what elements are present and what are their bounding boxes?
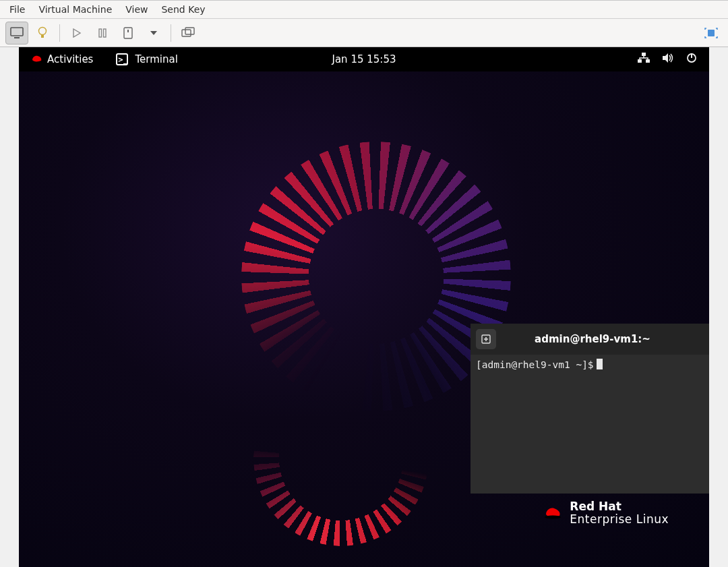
toolbar-separator: [171, 24, 171, 42]
svg-rect-10: [182, 30, 191, 36]
terminal-cursor: [597, 359, 603, 369]
terminal-icon: >_: [116, 53, 128, 65]
svg-point-19: [545, 515, 561, 518]
menu-view[interactable]: View: [119, 1, 154, 18]
activities-button[interactable]: Activities: [31, 53, 93, 66]
svg-rect-15: [646, 59, 650, 63]
current-app-button[interactable]: >_ Terminal: [116, 53, 177, 65]
host-menubar: File Virtual Machine View Send Key: [0, 0, 728, 19]
snapshots-button[interactable]: [177, 22, 200, 44]
fullscreen-button[interactable]: [700, 22, 723, 44]
svg-rect-7: [124, 28, 132, 38]
wallpaper-nine: [214, 142, 511, 519]
svg-rect-13: [642, 53, 646, 56]
activities-label: Activities: [47, 53, 93, 65]
svg-marker-4: [73, 29, 80, 37]
brand-line1: Red Hat: [570, 500, 669, 514]
terminal-body[interactable]: [admin@rhel9-vm1 ~]$: [471, 355, 709, 494]
network-icon[interactable]: [638, 53, 650, 66]
svg-rect-11: [185, 28, 194, 34]
terminal-window[interactable]: admin@rhel9-vm1:~ [admin@rhel9-vm1 ~]$: [471, 324, 709, 494]
svg-rect-8: [127, 30, 129, 32]
svg-rect-18: [691, 53, 692, 58]
volume-icon[interactable]: [662, 53, 674, 66]
toolbar-separator: [59, 24, 60, 42]
terminal-titlebar[interactable]: admin@rhel9-vm1:~: [471, 324, 709, 355]
power-icon[interactable]: [686, 53, 697, 66]
menu-file[interactable]: File: [3, 1, 32, 18]
details-button[interactable]: [31, 22, 54, 44]
menu-virtual-machine[interactable]: Virtual Machine: [32, 1, 119, 18]
redhat-icon: [31, 53, 43, 66]
svg-rect-1: [14, 37, 20, 38]
svg-marker-9: [150, 31, 157, 35]
host-toolbar: [0, 19, 728, 47]
new-tab-button[interactable]: [476, 329, 496, 349]
svg-rect-5: [99, 29, 102, 37]
redhat-logo-icon: [544, 505, 563, 522]
gnome-topbar: Activities >_ Terminal Jan 15 15:53: [19, 47, 709, 71]
svg-rect-3: [41, 35, 44, 38]
shutdown-button[interactable]: [117, 22, 140, 44]
terminal-prompt: [admin@rhel9-vm1 ~]$: [476, 359, 594, 370]
svg-rect-0: [11, 28, 23, 36]
svg-rect-12: [708, 30, 715, 36]
menu-send-key[interactable]: Send Key: [154, 1, 212, 18]
brand-line2: Enterprise Linux: [570, 513, 669, 527]
svg-rect-6: [104, 29, 107, 37]
guest-display[interactable]: Activities >_ Terminal Jan 15 15:53: [19, 47, 709, 567]
terminal-title: admin@rhel9-vm1:~: [502, 333, 704, 345]
svg-marker-16: [663, 53, 668, 63]
shutdown-menu-button[interactable]: [142, 22, 165, 44]
clock-button[interactable]: Jan 15 15:53: [332, 53, 396, 65]
current-app-label: Terminal: [135, 53, 177, 65]
svg-rect-14: [638, 59, 642, 63]
svg-point-2: [39, 27, 47, 34]
run-button[interactable]: [65, 22, 88, 44]
redhat-branding: Red Hat Enterprise Linux: [544, 500, 669, 527]
pause-button[interactable]: [91, 22, 114, 44]
console-button[interactable]: [5, 22, 28, 44]
